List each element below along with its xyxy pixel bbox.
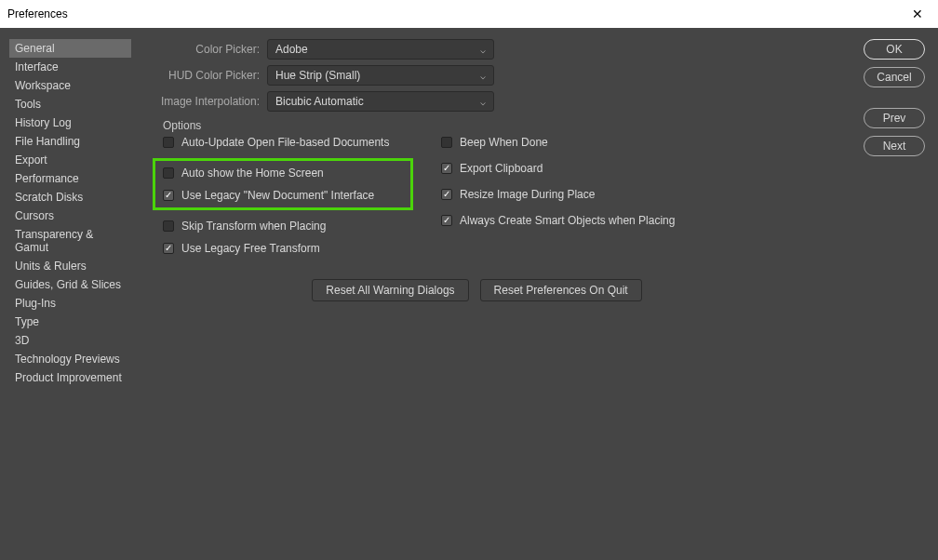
checkbox-icon — [441, 137, 452, 148]
sidebar-item-workspace[interactable]: Workspace — [9, 76, 131, 95]
checkbox-icon — [441, 215, 452, 226]
sidebar-item-3d[interactable]: 3D — [9, 331, 131, 350]
reset-row: Reset All Warning Dialogs Reset Preferen… — [146, 279, 845, 301]
sidebar-item-guides-grid-slices[interactable]: Guides, Grid & Slices — [9, 275, 131, 294]
sidebar-item-cursors[interactable]: Cursors — [9, 207, 131, 225]
sidebar-item-interface[interactable]: Interface — [9, 58, 131, 76]
cancel-button[interactable]: Cancel — [864, 67, 925, 87]
sidebar-item-file-handling[interactable]: File Handling — [9, 132, 131, 151]
sidebar-item-plug-ins[interactable]: Plug-Ins — [9, 294, 131, 313]
reset-prefs-button[interactable]: Reset Preferences On Quit — [480, 279, 642, 301]
checkbox-icon — [441, 163, 452, 174]
prev-button[interactable]: Prev — [864, 108, 925, 128]
ok-button[interactable]: OK — [864, 39, 925, 60]
checkbox-icon — [163, 190, 174, 201]
window-title: Preferences — [7, 7, 68, 20]
reset-warnings-button[interactable]: Reset All Warning Dialogs — [312, 279, 468, 301]
sidebar: General Interface Workspace Tools Histor… — [9, 39, 131, 560]
content: General Interface Workspace Tools Histor… — [0, 28, 938, 560]
checkbox-icon — [163, 167, 174, 179]
options-legend: Options — [163, 119, 845, 132]
right-panel: OK Cancel Prev Next — [864, 39, 938, 560]
image-interpolation-label: Image Interpolation: — [146, 95, 260, 108]
sidebar-item-units-rulers[interactable]: Units & Rulers — [9, 257, 131, 275]
options-col-right: Beep When Done Export Clipboard Resize I… — [441, 136, 675, 255]
sidebar-item-tools[interactable]: Tools — [9, 95, 131, 113]
close-icon[interactable]: ✕ — [904, 3, 931, 25]
options-col-left: Auto-Update Open File-based Documents Au… — [163, 136, 413, 255]
checkbox-always-smart-objects[interactable]: Always Create Smart Objects when Placing — [441, 214, 675, 227]
sidebar-item-scratch-disks[interactable]: Scratch Disks — [9, 188, 131, 207]
sidebar-item-export[interactable]: Export — [9, 151, 131, 169]
checkbox-skip-transform[interactable]: Skip Transform when Placing — [163, 220, 413, 233]
sidebar-item-technology-previews[interactable]: Technology Previews — [9, 350, 131, 368]
checkbox-icon — [163, 243, 174, 254]
checkbox-resize-during-place[interactable]: Resize Image During Place — [441, 188, 675, 201]
sidebar-item-product-improvement[interactable]: Product Improvement — [9, 368, 131, 387]
checkbox-beep-done[interactable]: Beep When Done — [441, 136, 675, 149]
checkbox-icon — [441, 189, 452, 200]
main-panel: Color Picker: Adobe HUD Color Picker: Hu… — [131, 39, 864, 560]
image-interpolation-select[interactable]: Bicubic Automatic — [267, 91, 494, 112]
checkbox-icon — [163, 220, 174, 232]
sidebar-item-history-log[interactable]: History Log — [9, 113, 131, 132]
checkbox-legacy-new-doc[interactable]: Use Legacy "New Document" Interface — [163, 189, 403, 202]
highlight-box: Auto show the Home Screen Use Legacy "Ne… — [153, 158, 413, 210]
checkbox-icon — [163, 137, 174, 148]
titlebar: Preferences ✕ — [0, 0, 938, 28]
checkbox-auto-show-home[interactable]: Auto show the Home Screen — [163, 167, 403, 180]
checkbox-export-clipboard[interactable]: Export Clipboard — [441, 162, 675, 175]
color-picker-select[interactable]: Adobe — [267, 39, 494, 60]
sidebar-item-performance[interactable]: Performance — [9, 169, 131, 188]
sidebar-item-general[interactable]: General — [9, 39, 131, 58]
hud-color-picker-label: HUD Color Picker: — [146, 69, 260, 82]
sidebar-item-type[interactable]: Type — [9, 313, 131, 331]
checkbox-legacy-free-transform[interactable]: Use Legacy Free Transform — [163, 242, 413, 255]
sidebar-item-transparency-gamut[interactable]: Transparency & Gamut — [9, 225, 131, 257]
next-button[interactable]: Next — [864, 136, 925, 156]
checkbox-auto-update[interactable]: Auto-Update Open File-based Documents — [163, 136, 413, 149]
color-picker-label: Color Picker: — [146, 43, 260, 56]
hud-color-picker-select[interactable]: Hue Strip (Small) — [267, 65, 494, 86]
options-group: Options Auto-Update Open File-based Docu… — [163, 117, 845, 255]
